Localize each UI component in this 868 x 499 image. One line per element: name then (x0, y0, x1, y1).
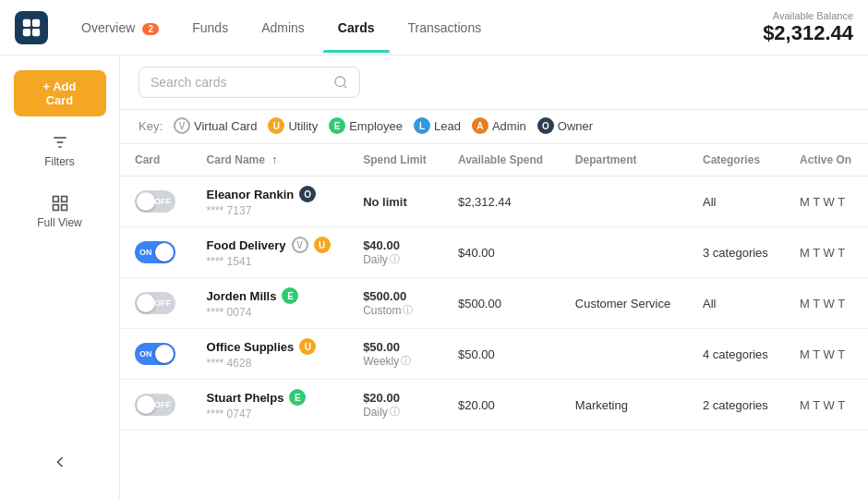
filters-icon (51, 133, 69, 152)
table-row: OFFJorden MillsE**** 0074$500.00Custom ⓘ… (120, 278, 868, 329)
nav-cards[interactable]: Cards (323, 13, 390, 43)
toggle-cell: OFF (120, 278, 192, 329)
full-view-icon (51, 194, 69, 213)
spend-limit-cell: $500.00Custom ⓘ (348, 278, 443, 329)
categories-cell: All (688, 176, 785, 227)
svg-rect-9 (53, 205, 58, 211)
sidebar: + Add Card Filters Full View (0, 55, 120, 499)
card-toggle[interactable]: OFF (135, 292, 175, 314)
svg-rect-3 (32, 28, 40, 35)
col-toggle: Card (120, 144, 192, 176)
department-cell: Customer Service (561, 278, 688, 329)
nav-transactions[interactable]: Transactions (393, 13, 497, 43)
spend-limit-cell: $40.00Daily ⓘ (348, 227, 443, 278)
svg-rect-1 (32, 18, 40, 26)
logo[interactable] (15, 11, 48, 44)
key-owner: O Owner (537, 117, 593, 134)
nav-admins[interactable]: Admins (247, 13, 319, 43)
col-department: Department (561, 144, 688, 176)
key-lead: L Lead (414, 117, 461, 134)
toggle-cell: OFF (120, 176, 192, 227)
active-on-cell: M T W T (785, 176, 868, 227)
overview-badge: 2 (142, 23, 159, 35)
available-spend-cell: $50.00 (443, 329, 561, 380)
card-toggle[interactable]: OFF (135, 394, 175, 416)
filters-button[interactable]: Filters (14, 124, 106, 177)
table-row: ONFood DeliveryVU**** 1541$40.00Daily ⓘ$… (120, 227, 868, 278)
table-row: OFFStuart PhelpsE**** 0747$20.00Daily ⓘ$… (120, 380, 868, 431)
department-cell (561, 329, 688, 380)
nav-overview[interactable]: Overview 2 (66, 13, 174, 43)
available-spend-cell: $500.00 (443, 278, 561, 329)
svg-rect-10 (61, 205, 66, 211)
available-spend-cell: $20.00 (443, 380, 561, 431)
table-row: ONOffice SuppliesU**** 4628$50.00Weekly … (120, 329, 868, 380)
col-available-spend: Available Spend (443, 144, 561, 176)
col-categories: Categories (688, 144, 785, 176)
spend-limit-cell: $50.00Weekly ⓘ (348, 329, 443, 380)
card-name-cell: Stuart PhelpsE**** 0747 (192, 380, 349, 431)
card-toggle[interactable]: OFF (135, 190, 175, 213)
categories-cell: All (688, 278, 785, 329)
active-on-cell: M T W T (785, 227, 868, 278)
spend-limit-cell: No limit (348, 176, 443, 227)
search-input[interactable] (151, 75, 333, 90)
col-name[interactable]: Card Name ↑ (192, 144, 349, 176)
card-name-cell: Office SuppliesU**** 4628 (192, 329, 349, 380)
card-name-cell: Eleanor RankinO**** 7137 (192, 176, 349, 227)
toolbar (120, 55, 868, 110)
add-card-button[interactable]: + Add Card (14, 70, 106, 116)
svg-point-11 (335, 77, 345, 87)
search-box[interactable] (139, 67, 360, 98)
svg-rect-2 (23, 28, 30, 35)
toggle-cell: ON (120, 227, 192, 278)
cards-table-container: Card Card Name ↑ Spend Limit Available S… (120, 144, 868, 499)
col-spend-limit: Spend Limit (348, 144, 443, 176)
categories-cell: 2 categories (688, 380, 785, 431)
svg-rect-0 (23, 18, 30, 26)
categories-cell: 3 categories (688, 227, 785, 278)
card-toggle[interactable]: ON (135, 343, 175, 365)
card-name-cell: Food DeliveryVU**** 1541 (192, 227, 349, 278)
svg-rect-7 (53, 197, 58, 202)
active-on-cell: M T W T (785, 329, 868, 380)
back-button[interactable] (42, 444, 78, 484)
nav-items: Overview 2 Funds Admins Cards Transactio… (66, 13, 763, 43)
department-cell (561, 176, 688, 227)
nav-funds[interactable]: Funds (177, 13, 243, 43)
key-utility: U Utility (268, 117, 318, 134)
back-icon (51, 453, 69, 471)
toggle-cell: OFF (120, 380, 192, 431)
balance-display: Available Balance $2,312.44 (763, 10, 853, 45)
available-spend-cell: $2,312.44 (443, 176, 561, 227)
search-icon (333, 75, 348, 90)
svg-rect-8 (61, 197, 66, 202)
top-navigation: Overview 2 Funds Admins Cards Transactio… (0, 0, 868, 55)
active-on-cell: M T W T (785, 278, 868, 329)
card-name-cell: Jorden MillsE**** 0074 (192, 278, 349, 329)
card-toggle[interactable]: ON (135, 241, 175, 263)
cards-table: Card Card Name ↑ Spend Limit Available S… (120, 144, 868, 431)
department-cell: Marketing (561, 380, 688, 431)
svg-line-12 (344, 85, 346, 88)
toggle-cell: ON (120, 329, 192, 380)
categories-cell: 4 categories (688, 329, 785, 380)
department-cell (561, 227, 688, 278)
key-employee: E Employee (329, 117, 403, 134)
key-virtual-card: V Virtual Card (174, 117, 257, 134)
key-row: Key: V Virtual Card U Utility E Employee… (120, 110, 868, 144)
main-layout: + Add Card Filters Full View (0, 55, 868, 499)
active-on-cell: M T W T (785, 380, 868, 431)
key-admin: A Admin (472, 117, 526, 134)
col-active-on: Active On (785, 144, 868, 176)
available-spend-cell: $40.00 (443, 227, 561, 278)
main-content: Key: V Virtual Card U Utility E Employee… (120, 55, 868, 499)
table-row: OFFEleanor RankinO**** 7137No limit$2,31… (120, 176, 868, 227)
spend-limit-cell: $20.00Daily ⓘ (348, 380, 443, 431)
full-view-button[interactable]: Full View (14, 185, 106, 238)
